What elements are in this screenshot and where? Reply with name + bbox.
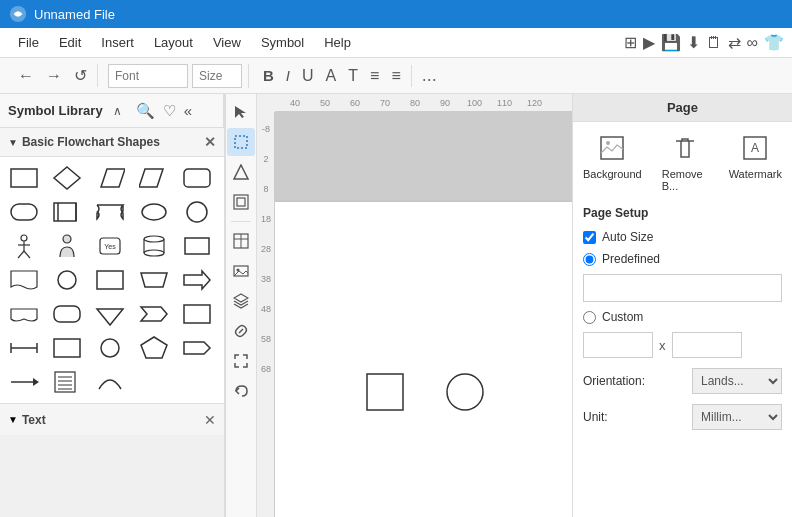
menu-symbol[interactable]: Symbol: [251, 31, 314, 54]
shape-rect-plain[interactable]: [179, 231, 215, 261]
undo-button[interactable]: ←: [14, 65, 38, 87]
shape-ribbon[interactable]: [6, 299, 42, 329]
shape-chevron[interactable]: [136, 299, 172, 329]
svg-marker-47: [235, 106, 246, 118]
vt-undo-button[interactable]: [227, 377, 255, 405]
vt-image-button[interactable]: [227, 257, 255, 285]
shape-trapezoid[interactable]: [136, 265, 172, 295]
canvas-shape-circle[interactable]: [445, 372, 485, 416]
shape-rect3[interactable]: [179, 299, 215, 329]
font-color-button[interactable]: A: [322, 65, 341, 87]
shape-arrow-right[interactable]: [179, 265, 215, 295]
align-button[interactable]: ≡: [366, 65, 383, 87]
shape-circle2[interactable]: [49, 265, 85, 295]
underline-button[interactable]: U: [298, 65, 318, 87]
shape-line-h[interactable]: [6, 333, 42, 363]
vt-link-button[interactable]: [227, 317, 255, 345]
vt-connect-button[interactable]: [227, 188, 255, 216]
shape-rect4[interactable]: [49, 333, 85, 363]
vt-table-button[interactable]: [227, 227, 255, 255]
canvas-area[interactable]: 4050 6070 8090 100110 120 -8 2 8: [257, 94, 572, 517]
menu-layout[interactable]: Layout: [144, 31, 203, 54]
bold-button[interactable]: B: [259, 65, 278, 86]
collapse-left-icon[interactable]: «: [184, 102, 192, 119]
canvas-page[interactable]: [275, 202, 572, 517]
shape-rect[interactable]: [6, 163, 42, 193]
orientation-select[interactable]: Lands... Portrait: [692, 368, 782, 394]
shape-double-rect[interactable]: [49, 197, 85, 227]
menu-file[interactable]: File: [8, 31, 49, 54]
shape-rect2[interactable]: [92, 265, 128, 295]
unit-select[interactable]: Millim... Pixels Inches: [692, 404, 782, 430]
play-icon[interactable]: ▶: [643, 33, 655, 52]
watermark-button[interactable]: A Watermark: [729, 132, 782, 192]
custom-radio[interactable]: [583, 311, 596, 324]
remove-bg-button[interactable]: Remove B...: [662, 132, 709, 192]
shape-circle[interactable]: [179, 197, 215, 227]
infinity-icon[interactable]: ∞: [747, 34, 758, 52]
shape-note-lines[interactable]: [49, 367, 85, 397]
shape-cylinder[interactable]: [136, 231, 172, 261]
menu-edit[interactable]: Edit: [49, 31, 91, 54]
menu-view[interactable]: View: [203, 31, 251, 54]
shape-curve[interactable]: [92, 367, 128, 397]
collapse-icon[interactable]: ∧: [113, 104, 122, 118]
shape-line-arrow[interactable]: [6, 367, 42, 397]
shape-person[interactable]: [49, 231, 85, 261]
text-close-button[interactable]: ✕: [204, 412, 216, 428]
shape-parallelogram-right[interactable]: [92, 163, 128, 193]
svg-marker-41: [33, 378, 39, 386]
font-size-input[interactable]: [192, 64, 242, 88]
shape-rounded-rect[interactable]: [49, 299, 85, 329]
heart-icon[interactable]: ♡: [163, 102, 176, 120]
font-family-input[interactable]: [108, 64, 188, 88]
shape-diamond[interactable]: [49, 163, 85, 193]
text-chevron-icon[interactable]: ▼: [8, 414, 18, 425]
height-input[interactable]: 297: [672, 332, 742, 358]
save-icon[interactable]: 💾: [661, 33, 681, 52]
more-button[interactable]: ...: [422, 65, 437, 86]
vt-pointer-button[interactable]: [227, 98, 255, 126]
doc-icon[interactable]: 🗒: [706, 34, 722, 52]
italic-button[interactable]: I: [282, 65, 294, 86]
grid-icon[interactable]: ⊞: [624, 33, 637, 52]
redo-button[interactable]: →: [42, 65, 66, 87]
background-icon: [596, 132, 628, 164]
share-icon[interactable]: ⇄: [728, 33, 741, 52]
shape-document[interactable]: [6, 265, 42, 295]
background-button[interactable]: Background: [583, 132, 642, 192]
align-more-button[interactable]: ≡: [387, 65, 404, 87]
shape-badge[interactable]: Yes: [92, 231, 128, 261]
predefined-radio[interactable]: [583, 253, 596, 266]
shape-circle3[interactable]: [92, 333, 128, 363]
width-input[interactable]: 210: [583, 332, 653, 358]
shape-pentagon-down[interactable]: [92, 299, 128, 329]
shape-tape[interactable]: [92, 197, 128, 227]
shape-rect-rounded[interactable]: [179, 163, 215, 193]
refresh-button[interactable]: ↺: [70, 64, 91, 87]
shape-stadium[interactable]: [6, 197, 42, 227]
shape-oval[interactable]: [136, 197, 172, 227]
vt-expand-button[interactable]: [227, 347, 255, 375]
download-icon[interactable]: ⬇: [687, 33, 700, 52]
predefined-value-input[interactable]: A4 sheet, 210mm x 297 mm: [583, 274, 782, 302]
vt-select-button[interactable]: [227, 128, 255, 156]
menu-insert[interactable]: Insert: [91, 31, 144, 54]
vt-shape-button[interactable]: [227, 158, 255, 186]
shape-pentagon[interactable]: [136, 333, 172, 363]
shape-human[interactable]: [6, 231, 42, 261]
canvas-shape-rect[interactable]: [365, 372, 405, 416]
canvas-viewport[interactable]: [275, 112, 572, 517]
shape-note-arrow[interactable]: [179, 333, 215, 363]
text-format-button[interactable]: T: [344, 65, 362, 87]
vt-layers-button[interactable]: [227, 287, 255, 315]
shapes-close-button[interactable]: ✕: [204, 134, 216, 150]
more-section: ...: [416, 65, 443, 86]
shapes-chevron-icon[interactable]: ▼: [8, 137, 18, 148]
search-icon[interactable]: 🔍: [136, 102, 155, 120]
shapes-grid: Yes: [0, 157, 224, 403]
auto-size-checkbox[interactable]: [583, 231, 596, 244]
shirt-icon[interactable]: 👕: [764, 33, 784, 52]
shape-parallelogram-left[interactable]: [136, 163, 172, 193]
menu-help[interactable]: Help: [314, 31, 361, 54]
